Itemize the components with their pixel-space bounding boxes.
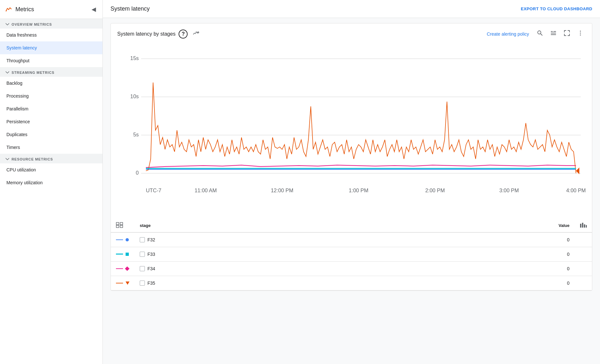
sidebar-item-timers[interactable]: Timers (0, 141, 102, 154)
sidebar-section-overview-label: OVERVIEW METRICS (12, 22, 52, 26)
svg-rect-34 (586, 225, 587, 228)
chart-toolbar: System latency by stages ? Create alerti… (111, 23, 592, 42)
svg-text:4:00 PM: 4:00 PM (566, 187, 586, 193)
legend-checkbox-f33[interactable] (140, 252, 145, 257)
svg-rect-28 (120, 222, 123, 225)
export-button[interactable]: EXPORT TO CLOUD DASHBOARD (521, 6, 592, 11)
column-header-value: Value (376, 219, 575, 232)
svg-point-9 (580, 33, 581, 34)
metrics-logo-icon (5, 5, 13, 13)
main-content: System latency EXPORT TO CLOUD DASHBOARD… (103, 0, 600, 364)
svg-point-8 (580, 31, 581, 32)
anomaly-detection-button[interactable] (191, 29, 201, 39)
legend-row-f35: F35 0 (111, 276, 592, 290)
svg-rect-32 (582, 223, 583, 228)
legend-cell-f32-empty (575, 232, 592, 247)
legend-cell-f35-value: 0 (376, 276, 575, 290)
fullscreen-button[interactable] (562, 29, 572, 39)
legend-triangle-orange (126, 282, 129, 285)
page-title: System latency (110, 5, 150, 12)
topbar: System latency EXPORT TO CLOUD DASHBOARD (103, 0, 600, 18)
chevron-down-icon (5, 70, 10, 75)
legend-indicator-f33 (111, 247, 135, 261)
sidebar-item-persistence[interactable]: Persistence (0, 115, 102, 128)
chevron-down-icon (5, 22, 10, 27)
column-header-chart-type (575, 219, 592, 232)
sidebar-collapse-button[interactable]: ◀ (90, 4, 97, 14)
column-header-stage: stage (135, 219, 376, 232)
legend-line-blue (116, 239, 123, 240)
legend-cell-f35-empty (575, 276, 592, 290)
sidebar-section-streaming[interactable]: STREAMING METRICS (0, 67, 102, 77)
legend-checkbox-f32[interactable] (140, 237, 145, 242)
more-options-button[interactable] (575, 29, 586, 39)
svg-rect-30 (120, 225, 123, 228)
sidebar-logo-text: Metrics (15, 6, 34, 13)
svg-text:UTC-7: UTC-7 (146, 187, 161, 193)
legend-row-f32: F32 0 (111, 232, 592, 247)
sidebar-item-memory-utilization[interactable]: Memory utilization (0, 176, 102, 189)
anomaly-icon (193, 30, 199, 36)
chevron-down-icon (5, 157, 10, 161)
sidebar-item-duplicates[interactable]: Duplicates (0, 128, 102, 141)
sidebar: Metrics ◀ OVERVIEW METRICS Data freshnes… (0, 0, 103, 364)
legend-cell-f32-name: F32 (135, 232, 376, 247)
legend-cell-f35-name: F35 (135, 276, 376, 290)
legend-checkbox-f35[interactable] (140, 281, 145, 286)
sidebar-section-resource[interactable]: RESOURCE METRICS (0, 154, 102, 163)
sidebar-item-cpu-utilization[interactable]: CPU utilization (0, 163, 102, 176)
latency-chart[interactable]: 15s 10s 5s 0 UTC-7 11:00 AM 12:00 PM 1:0… (117, 44, 586, 216)
svg-text:1:00 PM: 1:00 PM (349, 187, 368, 193)
chart-title: System latency by stages (117, 31, 175, 37)
legend-cell-f33-empty (575, 247, 592, 261)
legend-diamond-pink (125, 266, 129, 271)
sidebar-item-processing[interactable]: Processing (0, 90, 102, 102)
legend-icon (550, 30, 557, 36)
legend-indicator-f35 (111, 276, 135, 290)
search-icon (537, 30, 543, 36)
svg-text:2:00 PM: 2:00 PM (425, 187, 445, 193)
svg-point-10 (580, 35, 581, 36)
help-button[interactable]: ? (179, 30, 188, 39)
sidebar-item-parallelism[interactable]: Parallelism (0, 102, 102, 115)
chart-card: System latency by stages ? Create alerti… (110, 23, 592, 291)
sidebar-section-overview[interactable]: OVERVIEW METRICS (0, 19, 102, 29)
fullscreen-icon (564, 30, 570, 36)
svg-text:0: 0 (136, 170, 139, 176)
legend-line-orange (116, 283, 123, 283)
svg-text:12:00 PM: 12:00 PM (271, 187, 293, 193)
legend-indicator-f34 (111, 261, 135, 276)
sidebar-item-backlog[interactable]: Backlog (0, 77, 102, 90)
svg-text:5s: 5s (133, 132, 139, 137)
more-options-icon (577, 30, 584, 36)
legend-cell-f32-value: 0 (376, 232, 575, 247)
legend-button[interactable] (548, 29, 559, 39)
legend-indicator-f32 (111, 232, 135, 247)
create-alerting-policy-button[interactable]: Create alerting policy (484, 30, 532, 38)
svg-text:3:00 PM: 3:00 PM (499, 187, 519, 193)
legend-checkbox-f34[interactable] (140, 266, 145, 271)
svg-text:10s: 10s (130, 93, 139, 99)
svg-rect-33 (584, 224, 585, 228)
search-button[interactable] (535, 29, 545, 39)
chart-type-icon (580, 222, 587, 228)
legend-line-teal (116, 254, 123, 255)
column-group-icon (116, 222, 123, 228)
legend-cell-f34-empty (575, 261, 592, 276)
legend-square-teal (126, 253, 129, 256)
svg-line-3 (541, 34, 542, 35)
legend-table: stage Value (111, 219, 592, 290)
chart-panel: System latency by stages ? Create alerti… (103, 18, 600, 364)
sidebar-item-system-latency[interactable]: System latency (0, 41, 102, 54)
svg-rect-27 (116, 222, 119, 225)
legend-dot-blue (126, 238, 129, 241)
sidebar-logo: Metrics (5, 5, 34, 13)
legend-line-pink (116, 268, 123, 269)
legend-cell-f33-value: 0 (376, 247, 575, 261)
sidebar-section-streaming-label: STREAMING METRICS (12, 71, 55, 74)
svg-text:11:00 AM: 11:00 AM (195, 187, 217, 193)
sidebar-item-data-freshness[interactable]: Data freshness (0, 29, 102, 41)
legend-row-f34: F34 0 (111, 261, 592, 276)
sidebar-header: Metrics ◀ (0, 0, 102, 19)
sidebar-item-throughput[interactable]: Throughput (0, 54, 102, 67)
